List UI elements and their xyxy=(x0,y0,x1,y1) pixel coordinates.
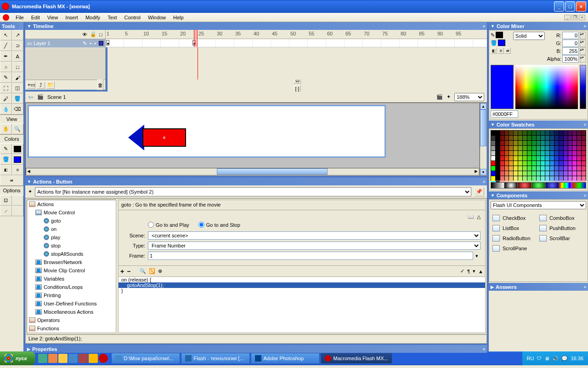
hand-tool[interactable]: ✋ xyxy=(0,124,12,134)
goto-stop-radio[interactable]: Go to and Stop xyxy=(198,222,240,228)
edit-symbol-icon[interactable]: ✦ xyxy=(447,94,451,100)
reference-icon[interactable]: 📖 xyxy=(468,214,474,220)
timeline-ruler[interactable]: 15101520253035404550556065707580859095 xyxy=(106,30,487,39)
pin-script-button[interactable]: 📌 xyxy=(474,187,484,196)
timeline-header[interactable]: ▼Timeline≡ xyxy=(25,22,487,30)
start-button[interactable]: пуск xyxy=(0,351,35,365)
properties-panel[interactable]: ▶Properties≡ xyxy=(25,344,487,351)
delete-layer-button[interactable]: 🗑 xyxy=(97,80,103,90)
hex-input[interactable] xyxy=(491,110,518,118)
default-colors-button[interactable]: ◧ xyxy=(0,165,12,175)
component-pushbutton[interactable]: PushButton xyxy=(539,225,584,231)
ink-bottle-tool[interactable]: 🖋 xyxy=(0,93,12,104)
shape-arrow-button[interactable]: ⊕ xyxy=(128,125,186,150)
keyframe-1[interactable] xyxy=(106,40,109,46)
move-up-button[interactable]: ▲ xyxy=(478,269,483,274)
swatches-grid[interactable] xyxy=(491,130,586,181)
brush-tool[interactable]: 🖌 xyxy=(12,72,24,83)
playhead[interactable] xyxy=(194,30,198,39)
ql-icon-4[interactable] xyxy=(68,354,78,363)
menu-insert[interactable]: Insert xyxy=(62,14,82,21)
component-listbox[interactable]: ListBox xyxy=(492,225,537,231)
fill-swatch[interactable] xyxy=(12,154,24,165)
component-set-select[interactable]: Flash UI Components xyxy=(491,201,586,209)
clock[interactable]: 16:36 xyxy=(571,356,583,361)
mixer-header[interactable]: ▼Color Mixer≡ xyxy=(489,22,588,30)
mixer-nocolor-button[interactable]: ⊘ xyxy=(498,47,504,54)
oval-tool[interactable]: ○ xyxy=(0,62,12,72)
add-guide-button[interactable]: ⤴ xyxy=(37,81,45,89)
timeline-options-icon[interactable]: ≡ xyxy=(483,24,485,29)
task-button-2[interactable]: Flash - технология [... xyxy=(181,353,250,364)
menu-text[interactable]: Text xyxy=(104,14,120,21)
tool-option-4[interactable] xyxy=(12,206,24,216)
menu-help[interactable]: Help xyxy=(170,14,187,21)
pen-tool[interactable]: ✒ xyxy=(0,51,12,62)
ql-icon-1[interactable] xyxy=(38,354,47,363)
stage-hscroll[interactable]: ◄ ► xyxy=(26,168,479,175)
ql-icon-6[interactable] xyxy=(89,354,98,363)
menu-window[interactable]: Window xyxy=(144,14,170,21)
close-button[interactable]: × xyxy=(576,1,586,12)
edit-scene-icon[interactable]: 🎬 xyxy=(436,94,443,100)
outline-icon[interactable]: □ xyxy=(99,32,102,37)
arrow-tool[interactable]: ↖ xyxy=(0,30,12,40)
layer-edit-icon[interactable]: ✎ xyxy=(83,40,87,46)
task-button-4[interactable]: Macromedia Flash MX... xyxy=(321,353,392,364)
mixer-fill-swatch[interactable] xyxy=(498,40,505,46)
lock-icon[interactable]: 🔒 xyxy=(90,31,96,37)
remove-action-button[interactable]: − xyxy=(127,268,130,275)
free-transform-tool[interactable]: ⛶ xyxy=(0,83,12,93)
swap-colors-button[interactable]: ⇄ xyxy=(0,175,23,186)
type-select[interactable]: Frame Number xyxy=(148,242,481,250)
task-button-3[interactable]: Adobe Photoshop xyxy=(251,353,320,364)
mixer-default-button[interactable]: ◧ xyxy=(491,47,497,54)
pencil-tool[interactable]: ✎ xyxy=(0,72,12,83)
fill-type-select[interactable]: Solid xyxy=(513,32,545,40)
doc-close-button[interactable]: × xyxy=(579,15,585,20)
maximize-button[interactable]: □ xyxy=(565,1,575,12)
line-tool[interactable]: ╱ xyxy=(0,40,12,51)
text-tool[interactable]: A xyxy=(12,51,24,62)
layer-row[interactable]: ▭ Layer 1 ✎•• xyxy=(25,39,487,47)
visibility-icon[interactable]: 👁 xyxy=(82,32,87,37)
tray-icon-4[interactable]: 💬 xyxy=(561,356,568,362)
menu-view[interactable]: View xyxy=(44,14,62,21)
eyedropper-tool[interactable]: 💧 xyxy=(0,104,12,115)
no-color-button[interactable]: ⊘ xyxy=(12,165,24,175)
stroke-color-tool[interactable]: ✎ xyxy=(0,144,12,154)
mixer-stroke-swatch[interactable] xyxy=(496,32,503,38)
component-radiobutton[interactable]: RadioButton xyxy=(492,235,537,242)
canvas[interactable]: ⊕ xyxy=(28,105,386,158)
tool-option-2[interactable] xyxy=(12,195,24,206)
find-button[interactable]: 🔍 xyxy=(140,268,146,274)
rectangle-tool[interactable]: □ xyxy=(12,62,24,72)
fill-color-tool[interactable]: 🪣 xyxy=(0,154,12,165)
lasso-tool[interactable]: ⊃ xyxy=(12,40,24,51)
tray-icon-1[interactable]: 🛡 xyxy=(537,356,542,361)
add-folder-button[interactable]: 📁 xyxy=(46,81,55,89)
script-editor[interactable]: on (release) { gotoAndStop(1); } xyxy=(118,276,486,333)
collapse-icon[interactable]: △ xyxy=(477,214,481,220)
scene-label[interactable]: Scene 1 xyxy=(47,94,66,100)
component-combobox[interactable]: ComboBox xyxy=(539,215,584,221)
mixer-swap-button[interactable]: ⇄ xyxy=(504,47,511,54)
ql-icon-3[interactable] xyxy=(58,354,68,363)
paint-bucket-tool[interactable]: 🪣 xyxy=(12,93,24,104)
ql-icon-5[interactable] xyxy=(79,354,88,363)
check-syntax-button[interactable]: ✓ xyxy=(460,268,464,274)
add-action-button[interactable]: + xyxy=(120,268,124,275)
r-input[interactable] xyxy=(562,32,579,39)
swatches-header[interactable]: ▼Color Swatches≡ xyxy=(489,121,588,128)
doc-restore-button[interactable]: ❐ xyxy=(571,15,578,20)
b-input[interactable] xyxy=(562,47,579,55)
menu-file[interactable]: File xyxy=(12,14,28,21)
minimize-button[interactable]: _ xyxy=(554,1,564,12)
menu-control[interactable]: Control xyxy=(120,14,144,21)
actions-target-select[interactable]: Actions for [No instance name assigned] … xyxy=(35,187,471,196)
zoom-tool[interactable]: 🔍 xyxy=(12,124,24,134)
luminance-slider[interactable] xyxy=(580,65,586,109)
actions-header[interactable]: ▼Actions - Button≡ xyxy=(25,178,487,185)
eraser-tool[interactable]: ⌫ xyxy=(12,104,24,115)
tool-option-3[interactable]: ⟋ xyxy=(0,206,12,216)
